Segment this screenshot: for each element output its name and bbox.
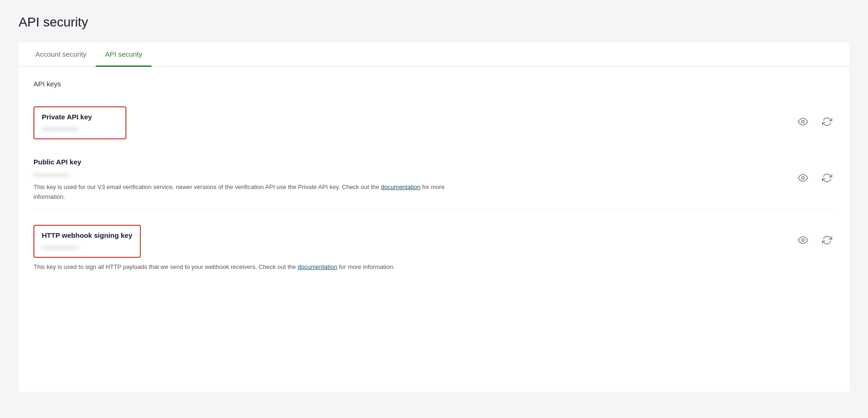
eye-icon-public	[798, 173, 808, 185]
private-api-key-section: Private API key ••••••••••••••••	[33, 99, 835, 147]
eye-icon	[798, 117, 808, 129]
private-key-label: Private API key	[42, 113, 118, 121]
private-key-value: ••••••••••••••••	[42, 125, 118, 133]
eye-icon-webhook	[798, 235, 808, 248]
webhook-key-description: This key is used to sign all HTTP payloa…	[33, 262, 452, 272]
webhook-key-docs-link[interactable]: documentation	[297, 263, 337, 270]
content-card: API keys Private API key •••••••••••••••…	[19, 67, 849, 392]
page-container: API security Account security API securi…	[0, 0, 868, 418]
private-key-box: Private API key ••••••••••••••••	[33, 106, 126, 139]
webhook-key-label: HTTP webhook signing key	[42, 231, 132, 239]
public-key-view-button[interactable]	[796, 171, 810, 186]
svg-point-1	[802, 176, 804, 179]
public-key-row: •••••••••••••••• This key is used for ou…	[33, 171, 835, 202]
public-key-value: ••••••••••••••••	[33, 171, 781, 179]
webhook-key-view-button[interactable]	[796, 234, 810, 249]
tab-account-security[interactable]: Account security	[26, 43, 96, 67]
webhook-key-refresh-button[interactable]	[820, 234, 835, 249]
public-key-left: •••••••••••••••• This key is used for ou…	[33, 171, 781, 202]
public-key-actions	[796, 171, 835, 186]
tabs-bar: Account security API security	[19, 43, 849, 67]
private-key-actions	[796, 116, 835, 131]
tab-api-security[interactable]: API security	[96, 43, 151, 67]
webhook-key-actions	[796, 234, 835, 249]
svg-point-2	[802, 239, 804, 242]
section-title: API keys	[33, 80, 835, 88]
public-key-docs-link[interactable]: documentation	[381, 183, 421, 190]
webhook-key-value: ••••••••••••••••	[42, 244, 132, 251]
webhook-key-section: HTTP webhook signing key •••••••••••••••…	[33, 217, 835, 280]
webhook-key-row: HTTP webhook signing key •••••••••••••••…	[33, 217, 835, 280]
private-key-info: Private API key ••••••••••••••••	[33, 106, 781, 139]
refresh-icon-public	[822, 173, 832, 185]
svg-point-0	[802, 120, 804, 123]
private-key-refresh-button[interactable]	[820, 116, 835, 131]
webhook-key-box: HTTP webhook signing key •••••••••••••••…	[33, 225, 141, 258]
private-api-key-row: Private API key ••••••••••••••••	[33, 99, 835, 147]
public-key-description: This key is used for our V3 email verifi…	[33, 183, 452, 202]
private-key-view-button[interactable]	[796, 116, 810, 131]
webhook-key-info: HTTP webhook signing key •••••••••••••••…	[33, 225, 781, 272]
refresh-icon-webhook	[822, 235, 832, 248]
public-key-refresh-button[interactable]	[820, 171, 835, 186]
public-key-label: Public API key	[33, 158, 835, 166]
page-title: API security	[19, 15, 849, 30]
public-api-key-section: Public API key •••••••••••••••• This key…	[33, 150, 835, 210]
refresh-icon	[822, 117, 832, 129]
